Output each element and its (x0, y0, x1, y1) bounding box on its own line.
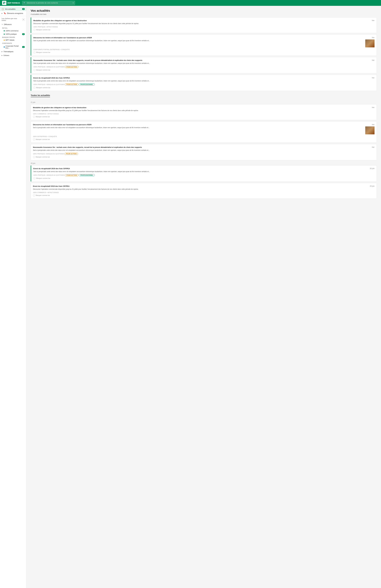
mark-read-button[interactable]: ✓ Marquer comme lue (33, 156, 50, 158)
logo-icon (2, 1, 6, 5)
all-news-group-2: Envoi du récapitulatif 2019 des frais CI… (31, 165, 377, 199)
news-card-title[interactable]: Modalités de gestion des chéquiers en ag… (33, 20, 372, 21)
sidebar-item-bpf-hebdo[interactable]: BPF Hebdo (0, 38, 26, 42)
chevron-right-icon: ▶ (1, 55, 3, 56)
news-card-header: Nouveautés Assurance Vie : rachats avec … (33, 146, 375, 148)
check-circle-icon: ✓ (33, 156, 35, 158)
followed-channels-header[interactable]: Les chaînes que vous suivez + (0, 17, 26, 22)
news-card-header: Modalités de gestion des chéquiers en ag… (33, 106, 375, 108)
sidebar-item-thematiques[interactable]: ▶ Thématiques (0, 50, 26, 53)
news-card-title[interactable]: Nouveautés Assurance Vie : rachats avec … (33, 146, 372, 148)
check-circle-icon: ✓ (33, 116, 35, 118)
news-card-title[interactable]: Envoi du récapitulatif 2019 des frais CI… (33, 168, 370, 169)
news-card-body: Sed ut perspiciatis unde omnis iste natu… (33, 149, 375, 151)
news-card-title[interactable]: Envoi du récapitulatif 2019 des frais CI… (33, 77, 372, 79)
sidebar-saved-label: Éléments enregistrés (7, 12, 23, 14)
sidebar-item-corporate-portail[interactable]: Corporate Portail Ent... 1 (0, 44, 26, 50)
news-card-footer: ✓ Marquer comme lue (33, 138, 375, 140)
sidebar-item-retail-pratique[interactable]: 100% pratique 3 (0, 32, 26, 36)
news-card-text: Sed ut perspiciatis unde omnis iste natu… (33, 126, 364, 134)
news-card-body: Sed ut perspiciatis unde omnis iste natu… (33, 40, 375, 47)
sidebar-item-saved[interactable]: ▶ 🔖 Éléments enregistrés (0, 11, 26, 15)
news-card-footer: ✓ Marquer comme lue (33, 177, 375, 179)
mark-read-button[interactable]: ✓ Marquer comme lue (33, 51, 50, 53)
add-channel-button[interactable]: + (22, 18, 25, 21)
news-card-footer: ✓ Marquer comme lue (33, 69, 375, 71)
logo[interactable]: BNP PARIBAS (2, 1, 20, 5)
search-bar[interactable]: 🔍 Sélectionner le périmètre de votre rec… (22, 1, 75, 5)
news-card-date: hier (372, 106, 375, 108)
sidebar-item-diffuseurs[interactable]: ▼ Diffuseurs (0, 22, 26, 26)
news-card-img-placeholder (365, 126, 375, 134)
news-card-footer: ✓ Marquer comme lue (33, 29, 375, 31)
news-card-header: Envoi du récapitulatif 2019 des frais CI… (33, 77, 375, 79)
news-card-title[interactable]: Découvrez les leviers et information sur… (33, 124, 372, 126)
mark-read-button[interactable]: ✓ Marquer comme lue (33, 86, 50, 89)
news-card-meta: CORPORATE PORTAIL ENTREPRISE • CONQUÊTE (33, 49, 375, 50)
news-card-image (365, 40, 375, 47)
news-card-text: Sed ut perspiciatis unde omnis iste natu… (33, 149, 375, 151)
news-card-body: Découvrez l'opération commerciale dispon… (33, 22, 375, 25)
news-card-meta: 100% PRATIQUE • AFFACTURAGE (33, 26, 375, 28)
mark-read-button[interactable]: ✓ Marquer comme lue (33, 29, 50, 31)
sidebar-item-retail-commerce[interactable]: 100% commerce (0, 29, 26, 32)
news-card-footer: ✓ Marquer comme lue (33, 156, 375, 158)
mark-read-button[interactable]: ✓ Marquer comme lue (33, 177, 50, 179)
news-card-title[interactable]: Découvrez les leviers et information sur… (33, 37, 372, 39)
news-card-title[interactable]: Nouveautés Assurance Vie : rachats avec … (33, 59, 372, 61)
news-card-title[interactable]: Modalités de gestion des chéquiers en ag… (33, 106, 372, 108)
news-card-unread-1: Modalités de gestion des chéquiers en ag… (31, 17, 377, 33)
check-circle-icon: ✓ (33, 194, 35, 196)
news-card-img-placeholder (365, 40, 375, 47)
chevron-down-icon: ▾ (73, 2, 74, 4)
news-card-date: hier (372, 146, 375, 148)
news-card-meta: 100% ENTREPRISE • CONQUÊTE (33, 136, 375, 137)
dot-icon (4, 40, 5, 41)
all-news-group-1: Modalités de gestion des chéquiers en ag… (31, 104, 377, 160)
news-card-date: 20 juin (370, 168, 375, 169)
news-card-date: hier (372, 37, 375, 39)
tag-professionnel: PROFESSIONNEL (79, 84, 95, 85)
header: BNP PARIBAS 🔍 Sélectionner le périmètre … (0, 0, 381, 6)
news-card-body: Sed ut perspiciatis unde omnis iste natu… (33, 62, 375, 64)
sidebar-item-univers[interactable]: ▶ Univers (0, 53, 26, 57)
tag-pour-action: POUR ACTION (65, 84, 79, 85)
news-card-meta: 100% PRATIQUE • BANQUE AU QUOTIDIEN POUR… (33, 66, 375, 68)
mark-read-button[interactable]: ✓ Marquer comme lue (33, 116, 50, 118)
mark-read-label: Marquer comme lue (36, 194, 50, 196)
news-card-title[interactable]: Envoi du récapitulatif 2019 des frais CI… (33, 185, 370, 187)
news-card-text: Découvrez l'opération commerciale dispon… (33, 22, 375, 25)
unread-count: 4 actualités non lues (31, 13, 377, 15)
mark-read-label: Marquer comme lue (36, 177, 50, 179)
news-card-text: Découvrez l'opération commerciale dispon… (33, 188, 375, 190)
mark-read-button[interactable]: ✓ Marquer comme lue (33, 69, 50, 71)
news-card-meta: 100% PRATIQUE • BANQUE AU QUOTIDIEN POUR… (33, 153, 375, 155)
check-circle-icon: ✓ (33, 86, 36, 89)
check-circle-icon: ✓ (33, 138, 35, 140)
news-card-meta: 100% PRATIQUE • BANQUE AU QUOTIDIEN POUR… (33, 84, 375, 85)
news-card-date: hier (372, 77, 375, 79)
my-news-badge: 4 (22, 8, 25, 10)
mark-read-button[interactable]: ✓ Marquer comme lue (33, 138, 50, 140)
sidebar-item-my-news[interactable]: 📋 Vos actualités 4 (0, 7, 26, 11)
main-content: Vos actualités 4 actualités non lues Mod… (26, 6, 381, 588)
news-card-text: Découvrez l'opération commerciale dispon… (33, 109, 375, 112)
mark-read-label: Marquer comme lue (36, 116, 50, 118)
news-card-meta: 100% COMMERCE • AFFACTURAGE (33, 113, 375, 115)
news-card-all-1: Modalités de gestion des chéquiers en ag… (31, 104, 377, 120)
check-circle-icon: ✓ (33, 69, 36, 71)
news-card-date: hier (372, 20, 375, 21)
mark-read-label: Marquer comme lue (36, 138, 50, 140)
mark-read-button[interactable]: ✓ Marquer comme lue (33, 194, 50, 196)
news-card-date: 20 juin (370, 185, 375, 187)
svg-rect-2 (3, 3, 4, 4)
thematiques-label: Thématiques (3, 51, 13, 53)
news-card-header: Découvrez les leviers et information sur… (33, 124, 375, 126)
banque-privee-label: BANQUE PRIVÉE (0, 36, 26, 38)
svg-rect-1 (4, 2, 5, 3)
news-card-body: Sed ut perspiciatis unde omnis iste natu… (33, 126, 375, 134)
news-card-meta: 100% COMMERCE • AFFACTURAGE (33, 192, 375, 193)
news-card-unread-4: Envoi du récapitulatif 2019 des frais CI… (31, 75, 377, 91)
check-circle-icon: ✓ (33, 177, 36, 179)
chevron-right-icon: ▶ (1, 13, 3, 14)
